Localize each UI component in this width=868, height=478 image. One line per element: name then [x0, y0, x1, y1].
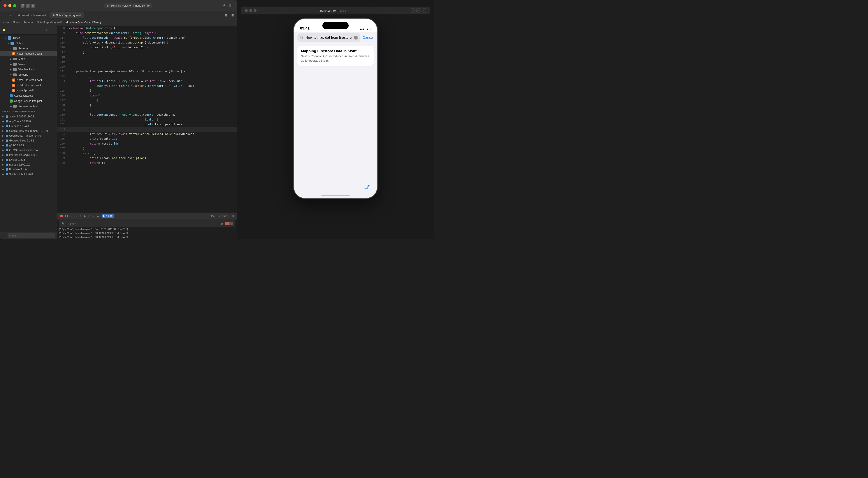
dep-firebase[interactable]: Firebase 10.24.0: [0, 124, 57, 129]
sidebar-item-screens[interactable]: Screens: [0, 72, 57, 77]
code-line-108: 108 extension NotesRepository {: [57, 26, 237, 31]
sidebar-item-preview[interactable]: Preview Content: [0, 104, 57, 109]
close-button[interactable]: [3, 4, 6, 7]
console-filter-icon[interactable]: 🔍: [61, 222, 65, 226]
add-bottom-icon[interactable]: +: [2, 234, 6, 238]
sim-maximize[interactable]: [254, 9, 256, 12]
step-into-icon[interactable]: ↓: [74, 214, 78, 218]
xcode-window: ▶ Running Notes on iPhone 15 Pro + ‹ › N…: [0, 0, 237, 239]
sidebar-item-notesapp[interactable]: S NotesApp.swift: [0, 88, 57, 93]
sidebar-item-notesrepository[interactable]: S NotesRepository.swift: [0, 51, 57, 57]
dep-gtmsessionfetcher[interactable]: GTMSessionFetcher 3.4.1: [0, 148, 57, 152]
plist-icon: [10, 100, 13, 103]
ios-result-card[interactable]: Mapping Firestore Data in Swift Swift's …: [298, 46, 374, 66]
pause-icon[interactable]: [65, 214, 68, 218]
code-line-122: 122 do {: [57, 74, 237, 79]
sidebar-item-viewmodifiers[interactable]: ViewModifiers: [0, 67, 57, 72]
filter-sidebar-icon[interactable]: +: [44, 28, 49, 32]
sidebar-item-model[interactable]: Model: [0, 57, 57, 62]
build-status-text: Running Notes on iPhone 15 Pro: [111, 4, 150, 7]
sidebar-toggle-icon[interactable]: [21, 4, 25, 8]
ios-compose-button[interactable]: [362, 182, 372, 192]
sim-close[interactable]: [245, 9, 248, 12]
sidebar-item-views[interactable]: Views: [0, 62, 57, 67]
stop-icon[interactable]: [26, 4, 30, 8]
stop-debug-icon[interactable]: [60, 214, 63, 218]
dep-googledatatransport[interactable]: GoogleDataTransport 9.4.0: [0, 133, 57, 138]
status-position: Line: 133 Col: 9 ⊞: [210, 214, 235, 218]
code-line-116: 116 notes.first {$0.id == documentId }: [57, 45, 237, 50]
sim-rotate-icon[interactable]: ↻: [422, 8, 426, 12]
dep-label-appcheck: AppCheck 10.19.0: [9, 120, 31, 123]
ios-search-bar[interactable]: 🔍 How to map dat from firestore ✕: [298, 33, 361, 42]
sidebar-item-assets[interactable]: Assets.xcassets: [0, 93, 57, 98]
sidebar-label-notes-root: Notes: [13, 36, 20, 40]
dep-label-googleutilities: GoogleUtilities 7.13.1: [9, 139, 34, 142]
dep-googleappmeasurement[interactable]: GoogleAppMeasurement 10.24.0: [0, 129, 57, 133]
tab-notelistscreen[interactable]: NotesListScreen.swift: [16, 12, 49, 19]
file-icon[interactable]: 📁: [2, 28, 6, 32]
ios-card-inner: Mapping Firestore Data in Swift Swift's …: [301, 49, 370, 63]
continue-icon[interactable]: ▶: [83, 214, 87, 218]
code-area[interactable]: 108 extension NotesRepository { 109 func…: [57, 26, 237, 212]
layout-icon[interactable]: ⊞: [231, 214, 235, 218]
dep-nanopb[interactable]: nanopb 2.30910.0: [0, 162, 57, 167]
breadcrumb-file[interactable]: NotesRepository.swift: [37, 21, 62, 24]
sim-home-icon[interactable]: ⌂: [411, 8, 415, 12]
step-out-icon[interactable]: ↑: [79, 214, 82, 218]
dynamic-island: [322, 22, 349, 29]
ios-home-indicator: [321, 195, 350, 196]
split-editor-icon[interactable]: [229, 4, 233, 7]
sidebar-item-services[interactable]: Services: [0, 46, 57, 51]
dep-label-nanopb: nanopb 2.30910.0: [9, 163, 30, 166]
sidebar-item-notes-root[interactable]: Notes: [0, 35, 57, 41]
dep-swiftprotobuf[interactable]: SwiftProtobuf 1.26.0: [0, 172, 57, 177]
add-icon[interactable]: +: [222, 3, 227, 8]
sim-minimize[interactable]: [249, 9, 252, 12]
minimize-button[interactable]: [8, 4, 11, 7]
breadcrumb-notes2[interactable]: Notes: [13, 21, 20, 24]
sidebar-item-noteeditscreen[interactable]: S NoteEditScreen.swift: [0, 83, 57, 88]
sidebar-item-notes-folder[interactable]: Notes: [0, 41, 57, 46]
dep-googleutilities[interactable]: GoogleUtilities 7.13.1: [0, 138, 57, 143]
trash-icon[interactable]: 🗑: [220, 222, 224, 226]
ios-result-body: Swift's Codable API, introduced in Swift…: [301, 54, 370, 63]
maximize-button[interactable]: [13, 4, 16, 7]
sidebar-label-noteeditscreen: NoteEditScreen.swift: [17, 84, 41, 87]
environment-icon[interactable]: ☁: [96, 214, 100, 218]
dep-abseil[interactable]: abseil 1.202401160.1: [0, 114, 57, 119]
dep-leveldb[interactable]: leveldb 1.22.5: [0, 158, 57, 162]
memory-icon[interactable]: ⬦: [92, 214, 95, 218]
dep-appcheck[interactable]: AppCheck 10.19.0: [0, 119, 57, 124]
back-icon[interactable]: ‹: [2, 13, 7, 18]
sort-icon[interactable]: ⋯: [51, 28, 55, 32]
forward-icon[interactable]: ›: [8, 13, 13, 18]
dep-interopforgoogle[interactable]: InteropForGoogle 100.0.0: [0, 152, 57, 158]
sidebar-item-noteslistscreen[interactable]: S NotesListScreen.swift: [0, 77, 57, 83]
debug-icon2[interactable]: ⊙: [88, 214, 91, 218]
sim-os-sep: —: [337, 9, 340, 12]
breadcrumb-method[interactable]: M performQuery(searchTerm:): [66, 21, 101, 24]
dep-grpc[interactable]: gRPC 1.62.2: [0, 143, 57, 148]
tab-notesrepository[interactable]: NotesRepository.swift: [50, 12, 84, 19]
inspect-icon[interactable]: ⊟: [230, 13, 235, 18]
dep-label-abseil: abseil 1.202401160.1: [9, 115, 34, 118]
arrow-leveldb: [2, 159, 4, 161]
breadcrumb-notes[interactable]: Notes: [3, 21, 9, 24]
arrow-notes-folder: [7, 42, 10, 45]
sim-title: iPhone 15 Pro — iOS 17.4: [259, 9, 409, 12]
ios-search-clear-btn[interactable]: ✕: [354, 36, 358, 40]
step-over-icon[interactable]: ⤻: [70, 214, 73, 218]
sidebar-item-googleservice[interactable]: GoogleService-Info.plist: [0, 98, 57, 104]
title-bar: ▶ Running Notes on iPhone 15 Pro +: [0, 0, 237, 11]
breadcrumb-services[interactable]: Services: [23, 21, 33, 24]
arrow-googleappmeasurement: [2, 130, 4, 132]
ios-cancel-button[interactable]: Cancel: [363, 36, 374, 40]
dep-label-promises: Promises 2.4.0: [9, 168, 27, 171]
split-right-icon[interactable]: ⊞: [223, 13, 229, 18]
code-line-137: 137 }: [57, 146, 237, 151]
sim-screenshot-icon[interactable]: ⊡: [416, 8, 421, 12]
play-icon[interactable]: [31, 4, 35, 8]
sim-traffic-lights: [245, 9, 256, 12]
dep-promises[interactable]: Promises 2.4.0: [0, 167, 57, 172]
